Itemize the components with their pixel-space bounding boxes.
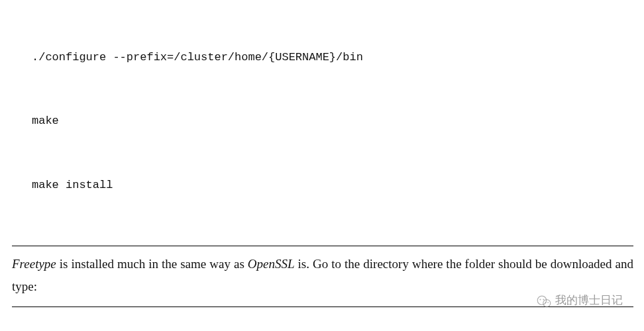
library-name-openssl: OpenSSL [248, 257, 295, 271]
code-text: ./configure --prefix=/cluster/home/{USER… [32, 51, 363, 64]
code-text: make [32, 115, 59, 127]
code-text: make install [32, 179, 113, 191]
library-name-freetype: Freetype [12, 257, 56, 271]
code-line: ./configure --prefix=/cluster/home/{USER… [32, 47, 633, 68]
prose-text: is installed much in the same way as [56, 257, 248, 271]
code-line: make [32, 111, 633, 132]
horizontal-rule [12, 307, 633, 307]
code-block-1: ./configure --prefix=/cluster/home/{USER… [12, 3, 633, 243]
paragraph-freetype: Freetype is installed much in the same w… [12, 253, 633, 298]
code-line: make install [32, 175, 633, 196]
horizontal-rule [12, 246, 633, 246]
code-block-2: git clone https://github.com/freetype/fr… [12, 314, 633, 331]
document-page: ./configure --prefix=/cluster/home/{USER… [0, 0, 644, 331]
